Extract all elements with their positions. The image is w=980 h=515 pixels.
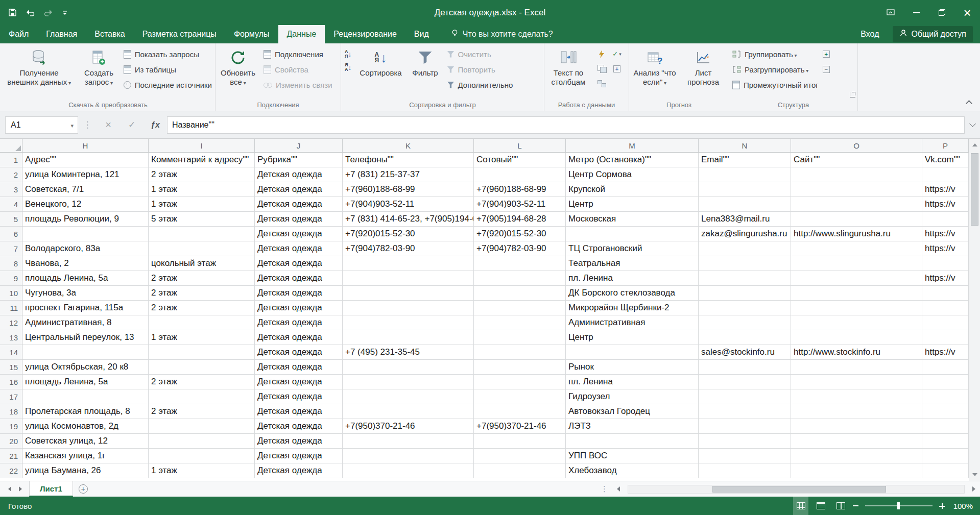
cell-O5[interactable] bbox=[791, 212, 922, 227]
cell-P5[interactable] bbox=[922, 212, 969, 227]
cell-H14[interactable] bbox=[22, 345, 149, 360]
row-header-10[interactable]: 10 bbox=[0, 286, 22, 301]
relationships-button[interactable] bbox=[594, 76, 609, 91]
cell-K11[interactable] bbox=[343, 301, 474, 315]
cell-M6[interactable] bbox=[566, 227, 699, 241]
zoom-out-icon[interactable] bbox=[853, 505, 858, 506]
cell-I4[interactable]: 1 этаж bbox=[149, 197, 255, 212]
row-header-8[interactable]: 8 bbox=[0, 256, 22, 271]
cell-N4[interactable] bbox=[699, 197, 791, 212]
cell-M7[interactable]: ТЦ Строгановский bbox=[566, 241, 699, 256]
cell-O14[interactable]: http://www.stockinfo.ru bbox=[791, 345, 922, 360]
cell-N8[interactable] bbox=[699, 256, 791, 271]
cell-P8[interactable] bbox=[922, 256, 969, 271]
cell-P19[interactable] bbox=[922, 419, 969, 434]
sheet-nav-right-icon[interactable] bbox=[19, 486, 22, 492]
cell-K8[interactable] bbox=[343, 256, 474, 271]
cell-L8[interactable] bbox=[474, 256, 566, 271]
cell-N16[interactable] bbox=[699, 375, 791, 389]
cell-K17[interactable] bbox=[343, 389, 474, 404]
cancel-icon[interactable] bbox=[97, 116, 120, 134]
page-layout-view-button[interactable] bbox=[813, 497, 828, 515]
cell-J6[interactable]: Детская одежда bbox=[255, 227, 343, 241]
subtotal-button[interactable]: Промежуточный итог bbox=[732, 77, 819, 92]
cell-M13[interactable]: Центр bbox=[566, 330, 699, 345]
cell-I8[interactable]: цокольный этаж bbox=[149, 256, 255, 271]
cell-H16[interactable]: площадь Ленина, 5а bbox=[22, 375, 149, 389]
cell-H18[interactable]: Пролетарская площадь, 8 bbox=[22, 404, 149, 419]
share-button[interactable]: Общий доступ bbox=[893, 26, 973, 42]
cell-I10[interactable]: 2 этаж bbox=[149, 286, 255, 301]
cell-J22[interactable]: Детская одежда bbox=[255, 463, 343, 478]
cell-J19[interactable]: Детская одежда bbox=[255, 419, 343, 434]
cell-L17[interactable] bbox=[474, 389, 566, 404]
cell-J15[interactable]: Детская одежда bbox=[255, 360, 343, 375]
zoom-slider-thumb[interactable] bbox=[897, 502, 900, 509]
cell-J5[interactable]: Детская одежда bbox=[255, 212, 343, 227]
formula-expand-icon[interactable] bbox=[965, 116, 980, 134]
show-queries-button[interactable]: Показать запросы bbox=[124, 46, 212, 62]
enter-icon[interactable] bbox=[120, 116, 144, 134]
cell-O9[interactable] bbox=[791, 271, 922, 286]
cell-P15[interactable] bbox=[922, 360, 969, 375]
cell-P16[interactable] bbox=[922, 375, 969, 389]
cell-I6[interactable] bbox=[149, 227, 255, 241]
row-header-20[interactable]: 20 bbox=[0, 434, 22, 449]
row-header-19[interactable]: 19 bbox=[0, 419, 22, 434]
column-header-J[interactable]: J bbox=[255, 139, 343, 153]
cell-L7[interactable]: +7(904)782-03-90 bbox=[474, 241, 566, 256]
cell-J4[interactable]: Детская одежда bbox=[255, 197, 343, 212]
page-break-view-button[interactable] bbox=[833, 497, 848, 515]
cell-I21[interactable] bbox=[149, 449, 255, 463]
cell-M9[interactable]: пл. Ленина bbox=[566, 271, 699, 286]
cell-O4[interactable] bbox=[791, 197, 922, 212]
cell-J13[interactable]: Детская одежда bbox=[255, 330, 343, 345]
cell-L3[interactable]: +7(960)188-68-99 bbox=[474, 182, 566, 197]
cell-J17[interactable]: Детская одежда bbox=[255, 389, 343, 404]
cell-I22[interactable]: 1 этаж bbox=[149, 463, 255, 478]
row-header-14[interactable]: 14 bbox=[0, 345, 22, 360]
cell-O18[interactable] bbox=[791, 404, 922, 419]
cell-N12[interactable] bbox=[699, 315, 791, 330]
consolidate-button[interactable] bbox=[609, 61, 625, 76]
cell-M22[interactable]: Хлебозавод bbox=[566, 463, 699, 478]
text-to-columns-button[interactable]: Текст по столбцам bbox=[544, 45, 592, 100]
cell-M3[interactable]: Крупской bbox=[566, 182, 699, 197]
cell-K2[interactable]: +7 (831) 215-37-37 bbox=[343, 167, 474, 182]
cell-J9[interactable]: Детская одежда bbox=[255, 271, 343, 286]
cell-M18[interactable]: Автовокзал Городец bbox=[566, 404, 699, 419]
cell-H19[interactable]: улица Космонавтов, 2д bbox=[22, 419, 149, 434]
row-header-3[interactable]: 3 bbox=[0, 182, 22, 197]
cell-I1[interactable]: Комментарий к адресу"" bbox=[149, 153, 255, 167]
cell-L19[interactable]: +7(950)370-21-46 bbox=[474, 419, 566, 434]
cell-H13[interactable]: Центральный переулок, 13 bbox=[22, 330, 149, 345]
row-header-18[interactable]: 18 bbox=[0, 404, 22, 419]
row-header-17[interactable]: 17 bbox=[0, 389, 22, 404]
cell-K4[interactable]: +7(904)903-52-11 bbox=[343, 197, 474, 212]
column-header-H[interactable]: H bbox=[22, 139, 149, 153]
cell-J18[interactable]: Детская одежда bbox=[255, 404, 343, 419]
cell-P10[interactable] bbox=[922, 286, 969, 301]
minimize-icon[interactable] bbox=[903, 0, 929, 25]
row-header-12[interactable]: 12 bbox=[0, 315, 22, 330]
cell-J16[interactable]: Детская одежда bbox=[255, 375, 343, 389]
cell-J7[interactable]: Детская одежда bbox=[255, 241, 343, 256]
cell-I19[interactable] bbox=[149, 419, 255, 434]
cell-L2[interactable] bbox=[474, 167, 566, 182]
tab-view[interactable]: Вид bbox=[405, 25, 438, 43]
cell-M15[interactable]: Рынок bbox=[566, 360, 699, 375]
cell-L16[interactable] bbox=[474, 375, 566, 389]
row-header-16[interactable]: 16 bbox=[0, 375, 22, 389]
cell-N17[interactable] bbox=[699, 389, 791, 404]
cell-I20[interactable] bbox=[149, 434, 255, 449]
cell-K22[interactable] bbox=[343, 463, 474, 478]
cell-I17[interactable] bbox=[149, 389, 255, 404]
close-icon[interactable] bbox=[954, 0, 980, 25]
forecast-sheet-button[interactable]: Лист прогноза bbox=[680, 45, 726, 100]
cell-K20[interactable] bbox=[343, 434, 474, 449]
cell-J12[interactable]: Детская одежда bbox=[255, 315, 343, 330]
cell-M20[interactable] bbox=[566, 434, 699, 449]
cell-H3[interactable]: Советская, 7/1 bbox=[22, 182, 149, 197]
cell-P13[interactable] bbox=[922, 330, 969, 345]
cell-N14[interactable]: sales@stockinfo.ru bbox=[699, 345, 791, 360]
